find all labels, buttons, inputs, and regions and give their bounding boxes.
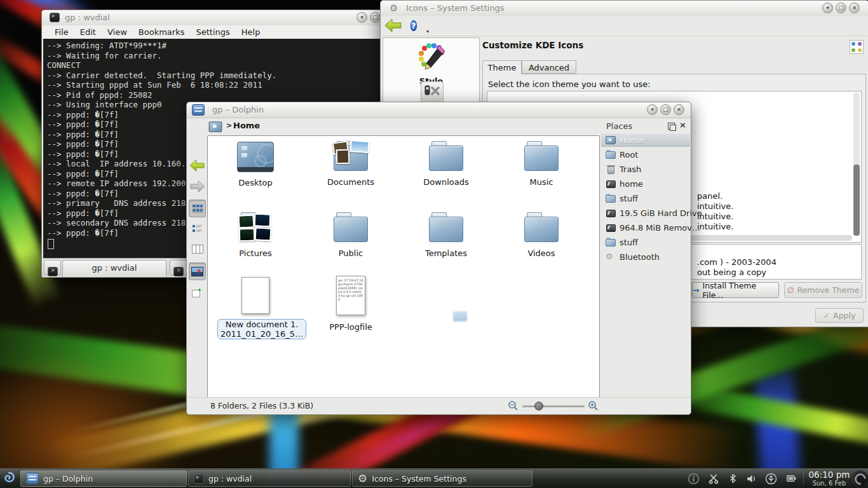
forward-button[interactable]	[189, 177, 206, 195]
drive-icon	[606, 208, 616, 217]
file-item-selected[interactable]: New document 1. 2011_01_20_16_5…	[217, 277, 294, 339]
icons-view-icon	[192, 204, 203, 214]
menu-file[interactable]: File	[49, 27, 74, 37]
close-button[interactable]: ×	[849, 3, 860, 13]
tab-advanced[interactable]: Advanced	[522, 60, 576, 74]
places-item-stuff2[interactable]: stuff	[601, 235, 690, 249]
details-view-button[interactable]	[189, 220, 206, 238]
pictures-folder-icon	[238, 212, 273, 243]
folder-item[interactable]: Videos	[503, 212, 580, 258]
new-tab-button[interactable]: >	[44, 260, 61, 275]
places-item-stuff[interactable]: stuff	[601, 191, 690, 205]
folder-item[interactable]: Music	[503, 141, 580, 187]
places-detach-icon[interactable]	[668, 123, 675, 130]
folder-item[interactable]: Pictures	[217, 212, 294, 258]
konsole-titlebar[interactable]: > gp : wvdial ▾ □ ×	[42, 10, 383, 26]
maximize-button[interactable]: □	[370, 12, 381, 23]
folder-item[interactable]: Templates	[408, 212, 484, 258]
menu-view[interactable]: View	[102, 27, 133, 37]
desktop-folder-icon	[237, 142, 274, 172]
minimize-button[interactable]: ▾	[356, 12, 367, 23]
clipboard-scissors-icon[interactable]	[708, 473, 719, 484]
details-view-icon	[192, 224, 203, 233]
bluetooth-icon[interactable]	[728, 473, 738, 484]
split-view-button[interactable]	[189, 284, 206, 302]
folder-icon	[524, 141, 559, 172]
file-name: PPP-logfile	[313, 322, 389, 332]
folder-item[interactable]: Desktop	[217, 141, 294, 187]
places-item-root[interactable]: Root	[601, 147, 690, 161]
volume-icon[interactable]	[746, 473, 757, 484]
sidebar-item-appearance[interactable]	[421, 81, 444, 103]
places-item-removable[interactable]: 964.8 MiB Remov…	[601, 220, 690, 234]
remove-theme-button[interactable]: ∅ Remove Theme	[784, 282, 862, 298]
file-name-selected: New document 1. 2011_01_20_16_5…	[217, 319, 306, 339]
task-dolphin[interactable]: gp – Dolphin	[20, 470, 187, 487]
places-item-bluetooth[interactable]: ⚙Bluetooth	[601, 250, 690, 264]
breadcrumb-home[interactable]: Home	[233, 121, 260, 130]
status-text: 8 Folders, 2 Files (3.3 KiB)	[210, 401, 313, 410]
clock-time: 06:10 pm	[808, 470, 850, 480]
konsole-window-title: gp : wvdial	[65, 13, 110, 22]
menu-help[interactable]: Help	[236, 27, 266, 37]
minimize-button[interactable]: ▾	[647, 104, 658, 115]
columns-view-button[interactable]	[189, 240, 206, 258]
back-button[interactable]	[384, 18, 403, 34]
apply-button[interactable]: ✓ Apply	[815, 308, 864, 323]
install-theme-button[interactable]: → Install Theme File...	[692, 282, 779, 298]
file-view[interactable]: Desktop Documents Downloads Music	[207, 135, 600, 398]
app-launcher-button[interactable]	[1, 471, 17, 488]
places-item-hard-drive[interactable]: 19.5 GiB Hard Drive	[601, 206, 690, 220]
maximize-button[interactable]: □	[836, 3, 846, 13]
plasma-cashew-icon[interactable]	[851, 470, 868, 487]
folder-item[interactable]: Public	[313, 212, 389, 258]
folder-icon	[524, 212, 559, 243]
zoom-out-icon[interactable]	[508, 400, 519, 411]
zoom-slider-track[interactable]	[522, 405, 585, 407]
preview-button[interactable]	[189, 262, 206, 280]
info-icon[interactable]	[688, 473, 700, 485]
gear-icon: ⚙	[390, 3, 398, 14]
split-view-icon	[192, 288, 203, 298]
scrollbar-thumb[interactable]	[853, 165, 860, 236]
clock[interactable]: 06:10 pm Sun, 6 Feb	[808, 470, 850, 487]
battery-icon[interactable]	[785, 473, 797, 484]
places-item-trash[interactable]: Trash	[601, 162, 690, 176]
utilities-icon	[421, 82, 442, 101]
maximize-button[interactable]: □	[660, 104, 671, 115]
task-system-settings[interactable]: ⚙ Icons – System Settings	[352, 470, 532, 487]
tab-list-button[interactable]: >	[170, 260, 187, 275]
task-konsole[interactable]: > gp : wvdial	[188, 470, 351, 487]
folder-item[interactable]: Documents	[313, 141, 389, 187]
places-item-home[interactable]: Home	[601, 133, 690, 147]
back-button[interactable]	[189, 156, 206, 174]
menu-edit[interactable]: Edit	[74, 27, 102, 37]
close-button[interactable]: ×	[674, 104, 684, 115]
zoom-in-icon[interactable]	[588, 400, 599, 411]
module-colors-icon	[850, 40, 864, 54]
help-button[interactable]: ? ▾	[410, 19, 424, 33]
dolphin-window: gp – Dolphin ▾ □ × > Home	[186, 102, 691, 415]
konsole-tab[interactable]: gp : wvdial	[62, 260, 166, 277]
sidebar-item-style[interactable]: Style	[383, 42, 479, 86]
columns-view-icon	[192, 245, 203, 254]
menu-settings[interactable]: Settings	[190, 27, 235, 37]
menu-bookmarks[interactable]: Bookmarks	[133, 27, 191, 37]
dolphin-titlebar[interactable]: gp – Dolphin ▾ □ ×	[187, 102, 691, 118]
places-item-home-drive[interactable]: home	[601, 177, 690, 191]
folder-item[interactable]: Downloads	[408, 141, 484, 187]
icons-view-button[interactable]	[189, 200, 206, 217]
system-settings-titlebar[interactable]: ⚙ Icons – System Settings ▾ □ ×	[381, 1, 868, 17]
usb-device-icon[interactable]	[765, 473, 777, 485]
document-icon	[241, 277, 269, 314]
terminal-icon: >	[173, 267, 184, 276]
vertical-scrollbar[interactable]	[853, 93, 860, 234]
file-item[interactable]: Jan 17 09:47:18 gp-Aspire-5738 pppd[1946…	[313, 276, 389, 332]
style-pencil-icon	[417, 42, 446, 72]
home-folder-icon[interactable]	[209, 120, 223, 132]
dolphin-icon	[26, 473, 39, 484]
places-close-icon[interactable]: ×	[679, 120, 686, 130]
zoom-slider-handle[interactable]	[534, 402, 543, 410]
minimize-button[interactable]: ▾	[822, 3, 833, 13]
tab-theme[interactable]: Theme	[482, 60, 522, 74]
